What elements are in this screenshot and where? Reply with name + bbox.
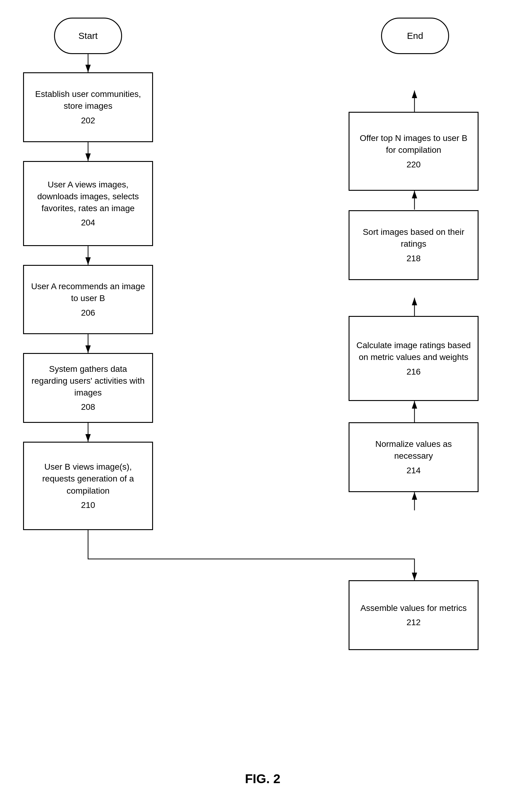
box-216-text: Calculate image ratings based on metric … (356, 339, 471, 363)
box-214-number: 214 (407, 464, 421, 476)
box-206: User A recommends an image to user B 206 (23, 265, 153, 334)
diagram-container: Start End Establish user communities, st… (0, 0, 525, 812)
start-node: Start (54, 18, 122, 54)
box-218-number: 218 (407, 252, 421, 264)
end-node: End (381, 18, 449, 54)
box-220-number: 220 (407, 159, 421, 171)
end-label: End (407, 31, 423, 41)
box-202-text: Establish user communities, store images (30, 88, 146, 112)
box-206-number: 206 (81, 307, 95, 319)
box-218-text: Sort images based on their ratings (356, 226, 471, 250)
box-208-text: System gathers data regarding users' act… (30, 363, 146, 399)
figure-label: FIG. 2 (197, 772, 328, 786)
box-204-number: 204 (81, 217, 95, 228)
box-208-number: 208 (81, 401, 95, 413)
box-210-text: User B views image(s), requests generati… (30, 461, 146, 497)
box-208: System gathers data regarding users' act… (23, 353, 153, 423)
box-202-number: 202 (81, 115, 95, 127)
box-210: User B views image(s), requests generati… (23, 442, 153, 530)
box-204: User A views images, downloads images, s… (23, 161, 153, 246)
box-206-text: User A recommends an image to user B (30, 280, 146, 304)
box-212-text: Assemble values for metrics (360, 602, 467, 614)
box-210-number: 210 (81, 499, 95, 511)
box-212-number: 212 (407, 616, 421, 628)
box-218: Sort images based on their ratings 218 (349, 210, 479, 280)
start-label: Start (78, 31, 97, 41)
box-220: Offer top N images to user B for compila… (349, 112, 479, 191)
box-216: Calculate image ratings based on metric … (349, 316, 479, 401)
box-216-number: 216 (407, 366, 421, 378)
box-212: Assemble values for metrics 212 (349, 580, 479, 650)
box-214: Normalize values as necessary 214 (349, 422, 479, 492)
box-204-text: User A views images, downloads images, s… (30, 179, 146, 215)
box-220-text: Offer top N images to user B for compila… (356, 132, 471, 156)
box-202: Establish user communities, store images… (23, 72, 153, 142)
box-214-text: Normalize values as necessary (356, 438, 471, 462)
figure-label-text: FIG. 2 (245, 772, 281, 786)
